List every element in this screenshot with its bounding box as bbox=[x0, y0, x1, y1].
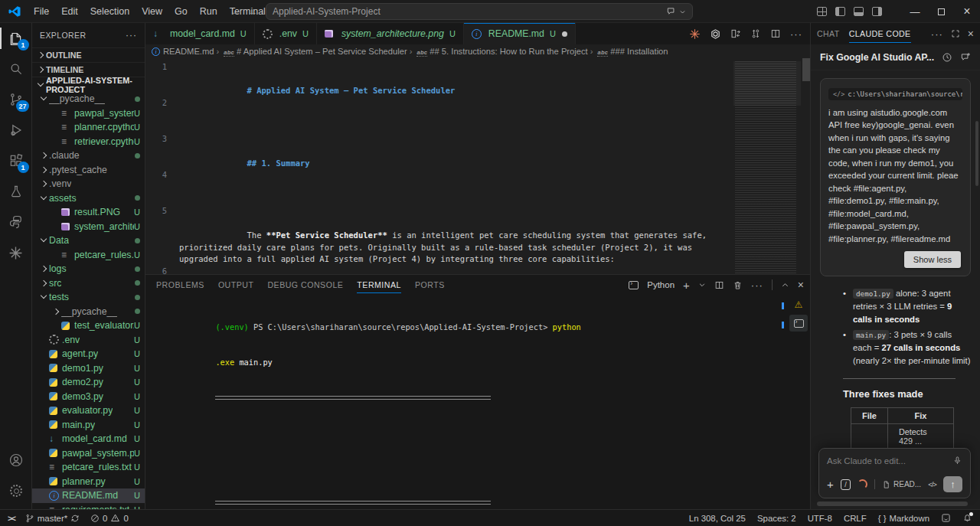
editor-tab[interactable]: README.md U bbox=[464, 23, 576, 44]
menu-item[interactable]: Selection bbox=[84, 4, 136, 19]
split-editor-icon[interactable] bbox=[770, 28, 781, 39]
minimize-button[interactable]: — bbox=[902, 0, 928, 23]
toggle-sidebar-icon[interactable] bbox=[835, 7, 845, 16]
activity-python[interactable] bbox=[0, 207, 32, 237]
toggle-secondary-sidebar-icon[interactable] bbox=[872, 7, 882, 16]
tree-item[interactable]: planner.cpython-... U bbox=[32, 120, 145, 135]
tree-item[interactable]: pawpal_system.py U bbox=[32, 446, 145, 461]
git-actions-icon[interactable] bbox=[750, 28, 761, 39]
active-shell-label[interactable]: Python bbox=[647, 280, 675, 289]
menu-item[interactable]: Run bbox=[194, 4, 224, 19]
tree-item[interactable]: model_card.md U bbox=[32, 432, 145, 446]
account-button[interactable] bbox=[0, 445, 32, 475]
open-changes-icon[interactable] bbox=[730, 28, 741, 39]
toggle-panel-icon[interactable] bbox=[854, 7, 864, 16]
terminal-tab-python[interactable] bbox=[789, 315, 808, 332]
tree-item[interactable]: requirements.txt U bbox=[32, 503, 145, 510]
encoding[interactable]: UTF-8 bbox=[808, 514, 832, 523]
tree-item[interactable]: src bbox=[32, 276, 145, 291]
tree-item[interactable]: retriever.cpython-... U bbox=[32, 135, 145, 149]
claude-starburst-icon[interactable] bbox=[689, 28, 701, 40]
tree-item[interactable]: demo1.py U bbox=[32, 361, 145, 376]
show-less-button[interactable]: Show less bbox=[904, 251, 961, 268]
warning-icon[interactable]: ⚠ bbox=[795, 299, 803, 310]
breadcrumb-item[interactable]: ## 5. Instructions: How to Run the Proje… bbox=[407, 47, 588, 56]
more-actions-icon[interactable]: ··· bbox=[790, 28, 802, 40]
panel-tab[interactable]: DEBUG CONSOLE bbox=[267, 276, 343, 293]
breadcrumb-item[interactable]: # Applied AI System – Pet Service Schedu… bbox=[214, 47, 407, 56]
microphone-icon[interactable] bbox=[952, 456, 962, 466]
tree-item[interactable]: README.md U bbox=[32, 488, 145, 503]
breadcrumb-item[interactable]: README.md bbox=[163, 47, 214, 56]
section-outline[interactable]: OUTLINE bbox=[32, 47, 145, 62]
editor-tab[interactable]: .env U bbox=[255, 23, 317, 44]
close-chat-icon[interactable]: × bbox=[968, 28, 974, 40]
notifications-bell-icon[interactable] bbox=[962, 513, 972, 523]
tree-item[interactable]: pawpal_system.cp... U bbox=[32, 106, 145, 121]
close-panel-icon[interactable]: × bbox=[798, 279, 804, 291]
activity-run-debug[interactable] bbox=[0, 115, 32, 145]
command-center[interactable]: Applied-AI-System-Project bbox=[266, 3, 693, 20]
tree-item[interactable]: logs bbox=[32, 262, 145, 276]
panel-tab[interactable]: OUTPUT bbox=[218, 276, 254, 293]
chat-input[interactable]: Ask Claude to edit... bbox=[827, 456, 906, 466]
nav-forward-icon[interactable]: → bbox=[247, 6, 257, 18]
tree-item[interactable]: test_evaluator.py U bbox=[32, 319, 145, 333]
tree-item[interactable]: main.py U bbox=[32, 418, 145, 433]
editor-pane[interactable]: 1 # Applied AI System – Pet Service Sche… bbox=[145, 58, 810, 274]
tree-item[interactable]: result.PNG U bbox=[32, 205, 145, 220]
copilot-button[interactable] bbox=[666, 6, 686, 17]
editor-tab[interactable]: model_card.md U bbox=[145, 23, 255, 44]
slash-commands-icon[interactable]: / bbox=[841, 479, 851, 490]
kill-terminal-trash-icon[interactable] bbox=[733, 280, 743, 290]
tree-item[interactable]: __pycache__ bbox=[32, 92, 145, 106]
nav-back-icon[interactable]: ← bbox=[230, 6, 240, 18]
tree-item[interactable]: petcare_rules.txt U bbox=[32, 460, 145, 475]
customize-layout-icon[interactable] bbox=[817, 7, 827, 16]
terminal-output[interactable]: (.venv) PS C:\Users\shariharan\source\re… bbox=[145, 295, 810, 509]
new-terminal-button[interactable]: + bbox=[683, 279, 690, 291]
tree-item[interactable]: petcare_rules.txt U bbox=[32, 248, 145, 263]
tree-item[interactable]: assets bbox=[32, 191, 145, 206]
activity-explorer[interactable]: 1 bbox=[0, 23, 32, 54]
settings-button[interactable] bbox=[0, 475, 32, 506]
tree-item[interactable]: __pycache__ bbox=[32, 305, 145, 319]
problems-item[interactable]: 0 0 bbox=[90, 513, 129, 523]
project-root-folder[interactable]: APPLIED-AI-SYSTEM-PROJECT bbox=[32, 77, 145, 92]
tree-item[interactable]: .pytest_cache bbox=[32, 163, 145, 178]
activity-testing[interactable] bbox=[0, 176, 32, 207]
file-reference-chip[interactable]: </> c:\Users\shariharan\source\r... bbox=[828, 88, 962, 100]
send-button[interactable]: ↑ bbox=[943, 476, 962, 492]
chat-more-actions-icon[interactable]: ··· bbox=[931, 28, 943, 40]
cursor-position[interactable]: Ln 308, Col 25 bbox=[689, 514, 746, 523]
expand-icon[interactable] bbox=[951, 29, 960, 38]
tree-item[interactable]: demo2.py U bbox=[32, 375, 145, 390]
tree-item[interactable]: .venv bbox=[32, 177, 145, 191]
editor-tab[interactable]: system_architecture.png U bbox=[317, 23, 464, 44]
attach-plus-icon[interactable]: + bbox=[827, 479, 834, 490]
section-timeline[interactable]: TIMELINE bbox=[32, 62, 145, 77]
tree-item[interactable]: evaluator.py U bbox=[32, 403, 145, 418]
tree-item[interactable]: Data bbox=[32, 234, 145, 248]
editor-scrollbar[interactable] bbox=[802, 58, 810, 81]
maximize-panel-icon[interactable] bbox=[781, 281, 789, 289]
code-area[interactable]: 1 # Applied AI System – Pet Service Sche… bbox=[145, 61, 730, 274]
activity-search[interactable] bbox=[0, 54, 32, 84]
tab-claude-code[interactable]: CLAUDE CODE bbox=[849, 25, 911, 43]
chat-horizontal-scrollbar[interactable] bbox=[817, 501, 968, 506]
menu-item[interactable]: File bbox=[28, 4, 55, 19]
menu-item[interactable]: Go bbox=[168, 4, 194, 19]
breadcrumb-item[interactable]: ### Installation bbox=[588, 47, 668, 56]
dirty-dot[interactable] bbox=[562, 31, 567, 37]
code-icon[interactable]: </> bbox=[928, 480, 936, 488]
remote-indicator[interactable]: >< bbox=[8, 514, 15, 523]
language-mode[interactable]: { } Markdown bbox=[878, 514, 929, 523]
new-chat-icon[interactable] bbox=[960, 52, 971, 63]
tree-item[interactable]: system_architectu... U bbox=[32, 220, 145, 234]
activity-source-control[interactable]: 27 bbox=[0, 84, 32, 115]
tree-item[interactable]: demo3.py U bbox=[32, 390, 145, 404]
panel-tab[interactable]: PORTS bbox=[415, 276, 445, 293]
context-file-chip[interactable]: READ... bbox=[882, 480, 921, 489]
terminal-dropdown-icon[interactable] bbox=[698, 281, 706, 289]
panel-more-actions-icon[interactable]: ··· bbox=[751, 279, 763, 291]
